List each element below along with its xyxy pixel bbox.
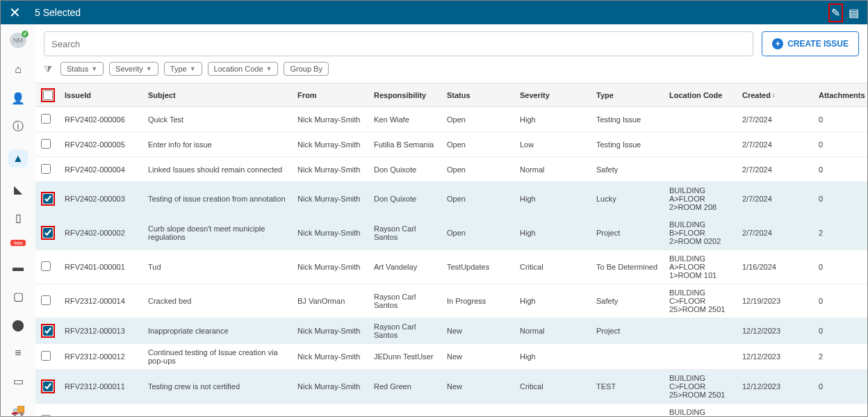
col-issueid[interactable]: IssueId (60, 91, 144, 99)
row-checkbox[interactable] (41, 139, 51, 149)
filter-status[interactable]: Status▼ (60, 62, 104, 76)
cell-status: TestUpdates (443, 263, 516, 271)
avatar[interactable]: NM (10, 33, 26, 48)
row-checkbox[interactable] (41, 295, 51, 305)
cell-location: BUILDING C>FLOOR 25>ROOM 2501 (665, 374, 738, 399)
location-icon[interactable]: ⬤ (11, 318, 25, 332)
filter-severity[interactable]: Severity▼ (109, 62, 158, 76)
chevron-down-icon: ▼ (146, 65, 152, 72)
folder-icon[interactable]: ▬ (11, 261, 25, 274)
library-icon[interactable]: ▤ (849, 6, 859, 19)
row-checkbox[interactable] (41, 351, 51, 361)
truck-icon[interactable]: 🚚 (11, 403, 25, 416)
table-row[interactable]: RFV2312-000010NEW issue for RGBNick Murr… (35, 404, 867, 416)
filter-row: ⧩ Status▼ Severity▼ Type▼ Location Code▼… (35, 62, 867, 83)
checklist-icon[interactable]: ≡ (11, 347, 25, 359)
search-input[interactable] (44, 31, 753, 56)
sort-desc-icon: ↓ (772, 91, 776, 99)
select-all-checkbox[interactable] (43, 90, 53, 100)
cell-severity: Critical (516, 382, 592, 391)
cell-status: Open (443, 195, 516, 203)
filter-icon[interactable]: ⧩ (44, 63, 52, 75)
cell-attachments: 0 (814, 263, 867, 271)
cell-responsibility: Ken Wiafe (370, 115, 443, 124)
cell-type: Lucky (592, 195, 665, 203)
issues-table: IssueId Subject From Responsibility Stat… (35, 83, 867, 416)
cell-severity: Low (516, 140, 592, 149)
table-row[interactable]: RFV2402-000002Curb slope doesn't meet mu… (35, 216, 867, 250)
create-issue-button[interactable]: + CREATE ISSUE (762, 31, 859, 56)
table-row[interactable]: RFV2312-000012Continued testing of Issue… (35, 344, 867, 370)
col-attachments[interactable]: Attachments (814, 91, 867, 99)
selection-topbar: ✕ 5 Selected ✎ ▤ (1, 1, 867, 24)
person-icon[interactable]: 👤 (11, 92, 25, 105)
cell-status: In Progress (443, 297, 516, 305)
table-row[interactable]: RFV2312-000011Testing crew is not certif… (35, 370, 867, 404)
filter-groupby[interactable]: Group By (284, 62, 328, 76)
row-checkbox[interactable] (41, 164, 51, 174)
search-row: + CREATE ISSUE (35, 24, 867, 62)
cell-severity: High (516, 297, 592, 305)
col-from[interactable]: From (293, 91, 370, 99)
cell-responsibility: Don Quixote (370, 165, 443, 174)
cell-responsibility: Rayson Carl Santos (370, 322, 443, 339)
document-icon[interactable]: ▯ (11, 211, 25, 224)
cell-type: Testing Issue (592, 115, 665, 124)
edit-icon[interactable]: ✎ (831, 7, 840, 19)
ruler-icon[interactable]: ◣ (11, 183, 25, 196)
col-status[interactable]: Status (443, 91, 516, 99)
row-checkbox[interactable] (43, 382, 53, 391)
chevron-down-icon: ▼ (91, 65, 97, 72)
table-row[interactable]: RFV2401-000001TudNick Murray-SmithArt Va… (35, 250, 867, 284)
row-checkbox[interactable] (43, 326, 53, 336)
cell-location: BUILDING A>FLOOR 1>ROOM 101 (665, 254, 738, 279)
row-checkbox[interactable] (43, 194, 53, 204)
row-checkbox[interactable] (43, 228, 53, 238)
col-type[interactable]: Type (592, 91, 665, 99)
box-icon[interactable]: ▭ (11, 375, 25, 388)
table-header: IssueId Subject From Responsibility Stat… (35, 83, 867, 107)
home-icon[interactable]: ⌂ (11, 63, 25, 76)
cell-subject: Testing crew is not certified (144, 382, 293, 391)
cell-severity: High (516, 229, 592, 237)
cell-responsibility: JEDunn TestUser (370, 352, 443, 361)
filter-location[interactable]: Location Code▼ (208, 62, 279, 76)
cell-created: 2/7/2024 (738, 165, 814, 174)
cell-severity: Normal (516, 165, 592, 174)
cell-subject: Enter info for issue (144, 140, 293, 149)
table-row[interactable]: RFV2402-000006Quick TestNick Murray-Smit… (35, 107, 867, 132)
cell-attachments: 0 (814, 115, 867, 124)
row-checkbox[interactable] (41, 415, 51, 416)
cell-type: Project (592, 327, 665, 335)
cell-from: Nick Murray-Smith (293, 140, 370, 149)
col-severity[interactable]: Severity (516, 91, 592, 99)
table-row[interactable]: RFV2312-000013Inappropriate clearanceNic… (35, 318, 867, 344)
table-row[interactable]: RFV2402-000005Enter info for issueNick M… (35, 132, 867, 157)
clipboard-icon[interactable]: ▢ (11, 290, 25, 303)
cell-subject: Continued testing of Issue creation via … (144, 348, 293, 365)
table-row[interactable]: RFV2402-000003Testing of issue creation … (35, 182, 867, 216)
info-icon[interactable]: ⓘ (11, 120, 25, 134)
cell-severity: Critical (516, 263, 592, 271)
cell-severity: High (516, 352, 592, 361)
row-checkbox[interactable] (41, 261, 51, 271)
filter-type[interactable]: Type▼ (164, 62, 202, 76)
cell-created: 12/12/2023 (738, 327, 814, 335)
col-created[interactable]: Created↓ (738, 91, 814, 99)
col-subject[interactable]: Subject (144, 91, 293, 99)
row-checkbox[interactable] (41, 114, 51, 124)
cell-type: To Be Determined (592, 263, 665, 271)
issues-icon[interactable]: ▲ (8, 149, 28, 167)
close-icon[interactable]: ✕ (9, 4, 21, 21)
table-row[interactable]: RFV2402-000004Linked Issues should remai… (35, 157, 867, 182)
cell-type: Testing Issue (592, 140, 665, 149)
col-responsibility[interactable]: Responsibility (370, 91, 443, 99)
cell-subject: Cracked bed (144, 297, 293, 305)
cell-attachments: 2 (814, 352, 867, 361)
table-row[interactable]: RFV2312-000014Cracked bedBJ VanOrmanRays… (35, 284, 867, 318)
cell-from: Nick Murray-Smith (293, 327, 370, 335)
highlight-row-checkbox (41, 192, 55, 206)
col-location[interactable]: Location Code (665, 91, 738, 99)
new-badge-icon[interactable]: new (10, 240, 26, 246)
cell-from: Nick Murray-Smith (293, 263, 370, 271)
